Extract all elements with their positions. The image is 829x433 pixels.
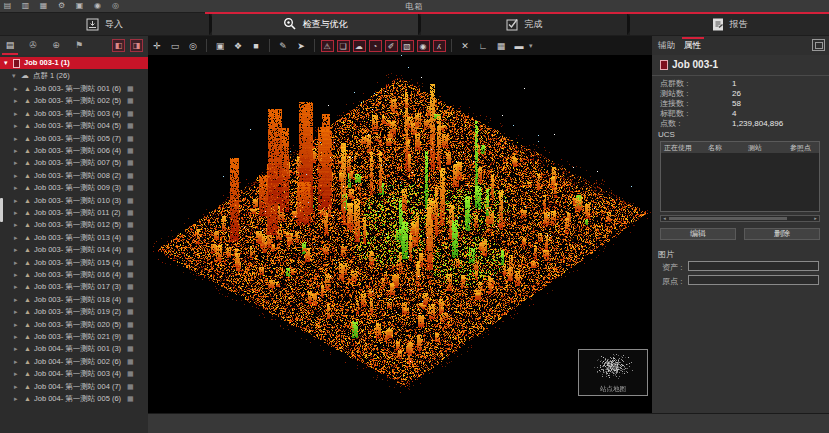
expand-arrow-icon[interactable]: ▸ xyxy=(14,95,18,107)
snapshot-view-icon[interactable]: ▦ xyxy=(494,39,509,53)
expand-arrow-icon[interactable]: ▸ xyxy=(14,182,18,194)
sphere-annotation-icon[interactable]: ◔ xyxy=(369,40,382,52)
expand-arrow-icon[interactable]: ▸ xyxy=(14,306,18,318)
warning-annotation-icon[interactable]: ⚠ xyxy=(321,40,334,52)
tree-station-row[interactable]: ▸ ▲ Job 004- 第一测站 005 (6) ▦ xyxy=(0,393,148,405)
flag-tab-icon[interactable]: ⚑ xyxy=(72,39,86,52)
frame-select-icon[interactable]: ▭ xyxy=(168,39,183,53)
origin-input[interactable] xyxy=(688,275,819,285)
collapse-arrow-icon[interactable]: ▾ xyxy=(4,57,8,69)
measure-icon[interactable]: ✎ xyxy=(276,39,291,53)
tag-annotation-icon[interactable]: ❏ xyxy=(337,40,350,52)
asset-input[interactable] xyxy=(688,261,819,271)
tree-station-row[interactable]: ▸ ▲ Job 003- 第一测站 009 (3) ▦ xyxy=(0,182,148,194)
expand-arrow-icon[interactable]: ▸ xyxy=(14,381,18,393)
expand-arrow-icon[interactable]: ▸ xyxy=(14,343,18,355)
expand-arrow-icon[interactable]: ▸ xyxy=(14,331,18,343)
photo-icon[interactable]: ▦ xyxy=(127,122,136,130)
panel-layout-icon[interactable] xyxy=(812,39,825,51)
zoom-window-icon[interactable]: ◎ xyxy=(186,39,201,53)
tree-station-row[interactable]: ▸ ▲ Job 003- 第一测站 011 (2) ▦ xyxy=(0,207,148,219)
collapse-arrow-icon[interactable]: ▾ xyxy=(12,70,16,82)
tree-root-job[interactable]: ▾ Job 003-1 (1) xyxy=(0,57,148,69)
walkthrough-icon[interactable]: ʎ xyxy=(433,40,446,52)
filter-toggle-b-icon[interactable]: ◨ xyxy=(130,39,143,52)
cube-view-icon[interactable]: ■ xyxy=(249,39,264,53)
expand-arrow-icon[interactable]: ▸ xyxy=(14,207,18,219)
step-report[interactable]: 报告 xyxy=(630,13,829,35)
photo-icon[interactable]: ▦ xyxy=(127,321,136,329)
expand-arrow-icon[interactable]: ▸ xyxy=(14,108,18,120)
select-cursor-icon[interactable]: ➤ xyxy=(294,39,309,53)
step-finish[interactable]: 完成 xyxy=(421,13,627,35)
scrollbar-thumb[interactable] xyxy=(669,217,787,220)
photo-icon[interactable]: ▦ xyxy=(127,296,136,304)
photo-icon[interactable]: ▦ xyxy=(127,184,136,192)
display-mode-caret-icon[interactable]: ▾ xyxy=(529,42,533,50)
image-annotation-icon[interactable]: ▧ xyxy=(401,40,414,52)
expand-arrow-icon[interactable]: ▸ xyxy=(14,368,18,380)
step-import[interactable]: 导入 xyxy=(0,13,209,35)
expand-arrow-icon[interactable]: ▸ xyxy=(14,356,18,368)
photo-icon[interactable]: ▦ xyxy=(127,110,136,118)
tree-station-row[interactable]: ▸ ▲ Job 003- 第一测站 014 (4) ▦ xyxy=(0,244,148,256)
expand-arrow-icon[interactable]: ▸ xyxy=(14,319,18,331)
tree-station-row[interactable]: ▸ ▲ Job 003- 第一测站 016 (4) ▦ xyxy=(0,269,148,281)
expand-arrow-icon[interactable]: ▸ xyxy=(14,170,18,182)
tree-station-row[interactable]: ▸ ▲ Job 003- 第一测站 015 (4) ▦ xyxy=(0,257,148,269)
share-icon[interactable]: ❖ xyxy=(231,39,246,53)
delete-button[interactable]: 删除 xyxy=(744,228,820,240)
expand-arrow-icon[interactable]: ▸ xyxy=(14,269,18,281)
tree-station-row[interactable]: ▸ ▲ Job 003- 第一测站 008 (2) ▦ xyxy=(0,170,148,182)
expand-arrow-icon[interactable]: ▸ xyxy=(14,120,18,132)
expand-arrow-icon[interactable]: ▸ xyxy=(14,257,18,269)
tree-station-row[interactable]: ▸ ▲ Job 004- 第一测站 002 (6) ▦ xyxy=(0,356,148,368)
scroll-right-icon[interactable]: ▸ xyxy=(812,216,819,221)
tree-station-row[interactable]: ▸ ▲ Job 003- 第一测站 001 (6) ▦ xyxy=(0,83,148,95)
expand-arrow-icon[interactable]: ▸ xyxy=(14,83,18,95)
tree-station-row[interactable]: ▸ ▲ Job 003- 第一测站 018 (4) ▦ xyxy=(0,294,148,306)
tree-station-row[interactable]: ▸ ▲ Job 004- 第一测站 003 (4) ▦ xyxy=(0,368,148,380)
photo-icon[interactable]: ▦ xyxy=(127,234,136,242)
expand-arrow-icon[interactable]: ▸ xyxy=(14,195,18,207)
minimap[interactable]: 站点地图 xyxy=(578,349,648,396)
tree-station-row[interactable]: ▸ ▲ Job 003- 第一测站 021 (9) ▦ xyxy=(0,331,148,343)
photo-icon[interactable]: ▦ xyxy=(127,370,136,378)
tree-station-row[interactable]: ▸ ▲ Job 003- 第一测站 019 (2) ▦ xyxy=(0,306,148,318)
axis-icon[interactable]: ∟ xyxy=(476,39,491,53)
expand-arrow-icon[interactable]: ▸ xyxy=(14,294,18,306)
expand-arrow-icon[interactable]: ▸ xyxy=(14,145,18,157)
attachment-tab-icon[interactable]: ✇ xyxy=(26,39,40,52)
filter-toggle-a-icon[interactable]: ◧ xyxy=(112,39,125,52)
photo-icon[interactable]: ▦ xyxy=(127,271,136,279)
expand-arrow-icon[interactable]: ▸ xyxy=(14,157,18,169)
photo-icon[interactable]: ▦ xyxy=(127,221,136,229)
photo-icon[interactable]: ▦ xyxy=(127,246,136,254)
photo-icon[interactable]: ▦ xyxy=(127,172,136,180)
expand-arrow-icon[interactable]: ▸ xyxy=(14,232,18,244)
expand-arrow-icon[interactable]: ▸ xyxy=(14,219,18,231)
tree-station-row[interactable]: ▸ ▲ Job 004- 第一测站 004 (7) ▦ xyxy=(0,381,148,393)
tree-station-row[interactable]: ▸ ▲ Job 003- 第一测站 017 (3) ▦ xyxy=(0,281,148,293)
globe-tab-icon[interactable]: ⊕ xyxy=(49,39,63,52)
crop-icon[interactable]: ✕ xyxy=(458,39,473,53)
ucs-horizontal-scrollbar[interactable]: ◂ ▸ xyxy=(660,215,820,222)
scroll-left-icon[interactable]: ◂ xyxy=(661,216,668,221)
photo-icon[interactable]: ▦ xyxy=(127,358,136,366)
pin-annotation-icon[interactable]: ◉ xyxy=(417,40,430,52)
tree-station-row[interactable]: ▸ ▲ Job 003- 第一测站 013 (4) ▦ xyxy=(0,232,148,244)
tree-group-cluster[interactable]: ▾ ☁ 点群 1 (26) xyxy=(0,70,148,82)
tree-station-row[interactable]: ▸ ▲ Job 003- 第一测站 003 (4) ▦ xyxy=(0,108,148,120)
point-cloud-canvas[interactable] xyxy=(148,55,652,413)
tree-station-row[interactable]: ▸ ▲ Job 003- 第一测站 004 (5) ▦ xyxy=(0,120,148,132)
edit-button[interactable]: 编辑 xyxy=(660,228,736,240)
photo-icon[interactable]: ▦ xyxy=(127,308,136,316)
cloud-annotation-icon[interactable]: ☁ xyxy=(353,40,366,52)
photo-icon[interactable]: ▦ xyxy=(127,97,136,105)
screenshot-icon[interactable]: ▣ xyxy=(213,39,228,53)
expand-arrow-icon[interactable]: ▸ xyxy=(14,281,18,293)
tree-station-row[interactable]: ▸ ▲ Job 003- 第一测站 002 (5) ▦ xyxy=(0,95,148,107)
display-mode-icon[interactable]: ▬ xyxy=(512,39,527,53)
tree-station-row[interactable]: ▸ ▲ Job 003- 第一测站 007 (5) ▦ xyxy=(0,157,148,169)
expand-arrow-icon[interactable]: ▸ xyxy=(14,133,18,145)
